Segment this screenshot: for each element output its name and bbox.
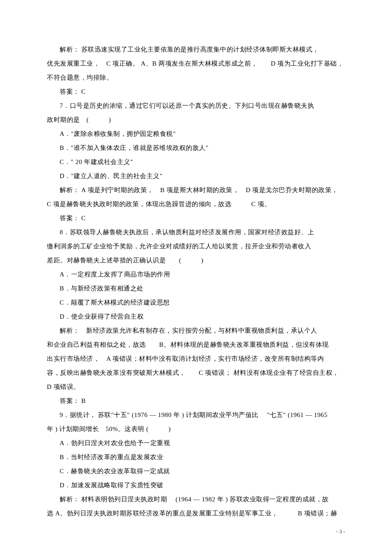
q9-option-b: B．当时经济改革的重点是发展农业 bbox=[47, 450, 345, 464]
q8-analysis-4: 容，反映出赫鲁晓夫改革没有突破斯大林模式， C 项错误； 材料没有体现企业有了经… bbox=[47, 366, 345, 380]
q6-analysis-1: 解析： 苏联迅速实现了工业化主要依靠的是推行高度集中的计划经济体制即斯大林模式， bbox=[47, 43, 345, 57]
q7-analysis-2: C 项是赫鲁晓夫执政时期的政策，体现出急躁冒进的倾向，故选 C 项。 bbox=[47, 197, 345, 211]
q9-stem-2: 年 ) 计划期间增长 50%。这表明 ( ) bbox=[47, 422, 345, 436]
q8-option-a: A．一定程度上发挥了商品市场的作用 bbox=[47, 267, 345, 282]
q7-stem-2: 政时期的是 ( ) bbox=[47, 113, 345, 127]
q8-analysis-3: 出实行市场经济， A 项错误；材料中没有取消计划经济，实行市场经济，改变所有制结… bbox=[47, 352, 345, 366]
q9-option-d: D．加速发展战略取得了实质性突破 bbox=[47, 478, 345, 492]
q8-analysis-2: 和企业自己利益有相似之处，故选 B。材料体现的是赫鲁晓夫改革重视物质利益，但没有… bbox=[47, 338, 345, 352]
q9-option-a: A．勃列日涅夫对农业也给予一定重视 bbox=[47, 436, 345, 450]
q8-option-c: C．颠覆了斯大林模式的经济建设思想 bbox=[47, 296, 345, 310]
q7-option-b: B．"谁不加入集体农庄，谁就是苏维埃政权的敌人" bbox=[47, 141, 345, 155]
q8-option-d: D．使企业获得了经营自主权 bbox=[47, 310, 345, 324]
q7-analysis-1: 解析： A 项是列宁时期的政策， B 项是斯大林时期的政策， D 项是戈尔巴乔夫… bbox=[47, 183, 345, 197]
q7-option-a: A．"废除余粮收集制，拥护固定粮食税" bbox=[47, 127, 345, 141]
q8-stem-3: 差距。对赫鲁晓夫上述举措的正确认识是 ( ) bbox=[47, 253, 345, 267]
q8-stem-1: 8．苏联领导人赫鲁晓夫执政后，承认物质利益对经济发展作用，国家对经济效益好、上 bbox=[47, 225, 345, 239]
q8-option-b: B．与新经济政策有相通之处 bbox=[47, 282, 345, 296]
q9-stem-1: 9．据统计， 苏联"十五" (1976 — 1980 年 ) 计划期间农业平均产… bbox=[47, 408, 345, 422]
q8-analysis-1: 解析： 新经济政策允许私有制存在，实行按劳分配，与材料中重视物质利益，承认个人 bbox=[47, 324, 345, 338]
q7-option-c: C．" 20 年建成社会主义" bbox=[47, 155, 345, 169]
q6-analysis-3: 不符合题意，均排除。 bbox=[47, 71, 345, 85]
q9-analysis-1: 解析： 材料表明勃列日涅夫执政时期 (1964 — 1982 年 ) 苏联农业取… bbox=[47, 492, 345, 506]
q8-analysis-5: D 项错误。 bbox=[47, 380, 345, 394]
q6-answer: 答案： C bbox=[47, 85, 345, 99]
q9-analysis-2: 选 A。勃列日涅夫执政时期苏联经济改革的重点是发展重工业特别是军事工业， B 项… bbox=[47, 506, 345, 520]
q8-stem-2: 缴利润多的工矿企业给予奖励，允许企业对成绩好的工人给以奖赏，拉开企业和劳动者收入 bbox=[47, 239, 345, 253]
q7-answer: 答案： C bbox=[47, 211, 345, 225]
q7-stem-1: 7．口号是历史的浓缩，通过它们可以还原一个真实的历史。下列口号出现在赫鲁晓夫执 bbox=[47, 99, 345, 113]
q8-answer: 答案： B bbox=[47, 394, 345, 408]
q9-option-c: C．赫鲁晓夫的农业改革取得一定成就 bbox=[47, 464, 345, 478]
q7-option-d: D．"建立人道的、民主的社会主义" bbox=[47, 169, 345, 183]
page-number: - 3 - bbox=[336, 526, 345, 538]
q6-analysis-2: 优先发展重工业， C 项正确。 A、B 两项发生在斯大林模式形成之前， D 项为… bbox=[47, 57, 345, 71]
